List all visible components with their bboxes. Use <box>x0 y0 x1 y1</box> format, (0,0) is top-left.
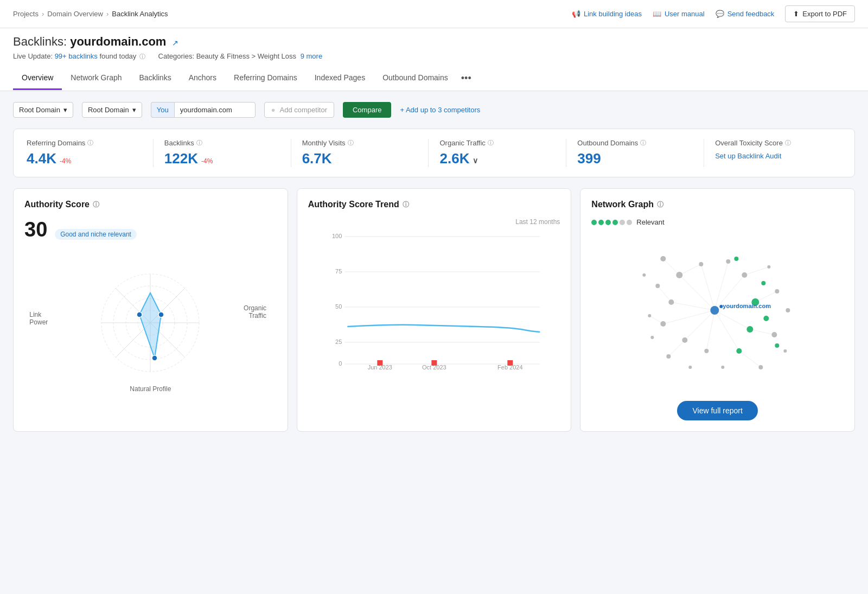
top-bar: Projects › Domain Overview › Backlink An… <box>0 0 868 28</box>
stat-organic-traffic: Organic Traffic ⓘ 2.6K ∨ <box>429 139 566 167</box>
outbound-domains-info: ⓘ <box>640 139 646 147</box>
backlinks-count-link[interactable]: 99+ backlinks <box>55 52 98 60</box>
book-icon: 📖 <box>653 10 661 18</box>
live-update-info-icon: ⓘ <box>139 53 145 60</box>
referring-domains-info: ⓘ <box>87 139 93 147</box>
radar-label-natural: Natural Profile <box>130 385 171 393</box>
svg-point-74 <box>762 281 766 285</box>
svg-point-51 <box>656 284 660 288</box>
network-graph-card: Network Graph ⓘ Relevant <box>580 188 855 432</box>
svg-line-35 <box>715 310 750 329</box>
breadcrumb-sep-2: › <box>106 10 108 18</box>
authority-score-card: Authority Score ⓘ 30 Good and niche rele… <box>13 188 288 432</box>
organic-traffic-chevron[interactable]: ∨ <box>473 156 478 165</box>
tab-anchors[interactable]: Anchors <box>180 67 225 90</box>
svg-point-72 <box>737 348 742 354</box>
radar-chart <box>91 263 210 382</box>
export-pdf-button[interactable]: ⬆ Export to PDF <box>785 5 855 22</box>
svg-text:yourdomain.com: yourdomain.com <box>723 303 771 309</box>
chevron-down-icon-2: ▾ <box>132 106 136 114</box>
svg-line-45 <box>750 329 775 335</box>
svg-point-59 <box>722 366 725 369</box>
view-full-report-button[interactable]: View full report <box>677 401 757 420</box>
compare-button[interactable]: Compare <box>343 102 391 118</box>
send-feedback-button[interactable]: 💬 Send feedback <box>716 10 775 18</box>
radar-label-link-power: LinkPower <box>29 311 48 326</box>
stat-monthly-visits: Monthly Visits ⓘ 6.7K <box>291 139 429 167</box>
domain-selector: Root Domain ▾ Root Domain ▾ You yourdoma… <box>13 102 855 118</box>
stat-backlinks: Backlinks ⓘ 122K -4% <box>154 139 291 167</box>
categories-label: Categories: Beauty & Fitness > Weight Lo… <box>158 52 296 60</box>
backlink-audit-link[interactable]: Set up Backlink Audit <box>715 152 781 160</box>
svg-text:25: 25 <box>335 338 342 345</box>
svg-line-32 <box>685 310 715 340</box>
svg-point-58 <box>705 349 709 353</box>
svg-point-53 <box>648 314 652 317</box>
chat-icon: 💬 <box>716 10 724 18</box>
more-tabs-button[interactable]: ••• <box>457 66 476 91</box>
svg-point-62 <box>775 289 780 293</box>
svg-point-57 <box>682 337 688 343</box>
tab-indexed-pages[interactable]: Indexed Pages <box>306 67 374 90</box>
svg-point-71 <box>747 326 754 333</box>
svg-text:0: 0 <box>339 360 342 367</box>
trend-info: ⓘ <box>403 200 409 209</box>
svg-point-65 <box>742 272 748 278</box>
svg-line-33 <box>707 310 715 351</box>
network-graph-svg: yourdomain.com <box>591 232 844 394</box>
upload-icon: ⬆ <box>793 10 799 18</box>
svg-point-56 <box>667 354 671 359</box>
you-badge: You <box>151 102 174 118</box>
svg-point-50 <box>699 262 704 266</box>
stats-bar: Referring Domains ⓘ 4.4K -4% Backlinks ⓘ… <box>13 129 855 177</box>
svg-point-79 <box>720 305 723 308</box>
tab-network-graph[interactable]: Network Graph <box>62 67 130 90</box>
svg-point-66 <box>786 308 790 312</box>
tab-outbound-domains[interactable]: Outbound Domains <box>374 67 457 90</box>
tab-overview[interactable]: Overview <box>13 67 62 90</box>
svg-point-73 <box>764 316 769 321</box>
radar-chart-container: LinkPower <box>24 247 277 399</box>
cards-row: Authority Score ⓘ 30 Good and niche rele… <box>13 188 855 432</box>
main-content: Root Domain ▾ Root Domain ▾ You yourdoma… <box>0 91 868 443</box>
stat-toxicity-score: Overall Toxicity Score ⓘ Set up Backlink… <box>704 139 841 167</box>
svg-line-47 <box>745 267 769 275</box>
tab-referring-domains[interactable]: Referring Domains <box>225 67 306 90</box>
authority-score-info: ⓘ <box>93 200 99 209</box>
more-categories-link[interactable]: 9 more <box>301 52 322 60</box>
competitor-input[interactable]: ● Add competitor <box>264 102 334 118</box>
svg-line-34 <box>715 310 739 351</box>
trend-chart-svg: 100 75 50 25 0 <box>308 230 560 371</box>
nav-tabs: Overview Network Graph Backlinks Anchors… <box>13 66 855 91</box>
svg-line-31 <box>663 310 715 324</box>
svg-point-67 <box>784 349 787 353</box>
page-title: Backlinks: yourdomain.com ↗ <box>13 35 178 49</box>
svg-text:Feb 2024: Feb 2024 <box>497 364 522 371</box>
backlinks-info: ⓘ <box>196 139 202 147</box>
svg-point-48 <box>661 256 666 261</box>
trend-chart: 100 75 50 25 0 <box>308 230 560 371</box>
external-link-icon[interactable]: ↗ <box>172 39 178 47</box>
breadcrumb-projects[interactable]: Projects <box>13 10 39 18</box>
svg-line-43 <box>669 340 685 356</box>
root-domain-select-1[interactable]: Root Domain ▾ <box>13 102 73 118</box>
add-competitors-link[interactable]: + Add up to 3 competitors <box>400 106 480 114</box>
megaphone-icon: 📢 <box>572 10 580 18</box>
svg-point-11 <box>152 355 157 361</box>
link-building-button[interactable]: 📢 Link building ideas <box>572 10 642 18</box>
organic-traffic-info: ⓘ <box>488 139 494 147</box>
breadcrumb-domain-overview[interactable]: Domain Overview <box>47 10 103 18</box>
user-manual-button[interactable]: 📖 User manual <box>653 10 705 18</box>
svg-point-52 <box>669 299 674 305</box>
svg-line-39 <box>663 259 680 275</box>
svg-point-10 <box>158 312 164 317</box>
svg-text:Oct 2023: Oct 2023 <box>422 364 446 371</box>
monthly-visits-info: ⓘ <box>348 139 354 147</box>
domain-input[interactable]: yourdomain.com <box>174 102 256 118</box>
svg-line-30 <box>672 302 715 310</box>
top-actions: 📢 Link building ideas 📖 User manual 💬 Se… <box>572 5 855 22</box>
svg-point-61 <box>772 332 777 337</box>
tab-backlinks[interactable]: Backlinks <box>131 67 180 90</box>
root-domain-select-2[interactable]: Root Domain ▾ <box>82 102 142 118</box>
network-info: ⓘ <box>657 200 663 209</box>
